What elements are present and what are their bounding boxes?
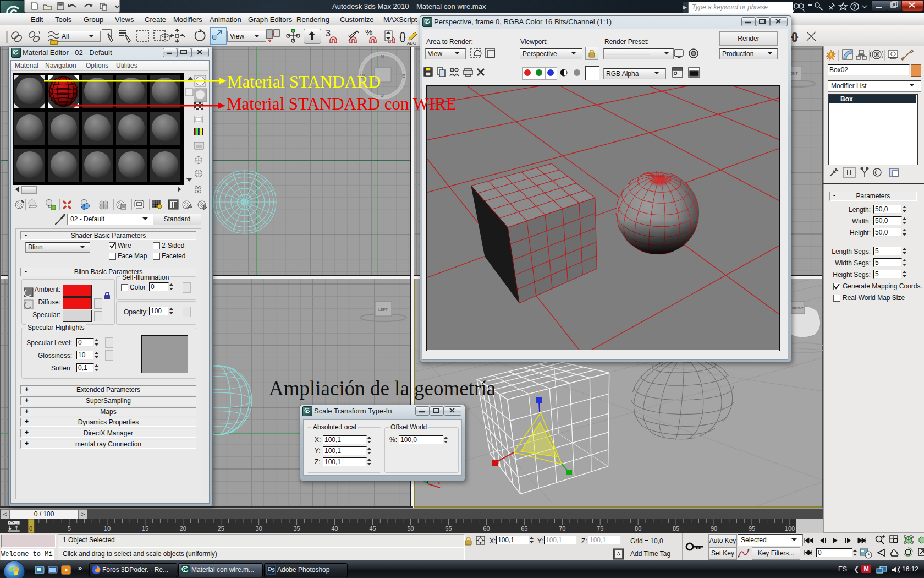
svg-text:40: 40 [331,525,338,532]
svg-text:35: 35 [293,525,300,532]
svg-text:75: 75 [597,525,603,532]
svg-text:z: z [537,389,540,395]
svg-text:60: 60 [483,525,490,532]
svg-text:{}: {} [399,31,406,42]
svg-text:95: 95 [749,525,755,532]
svg-text:ABC: ABC [407,41,416,45]
svg-text:%: % [365,29,372,37]
svg-text:45: 45 [369,525,376,532]
svg-text:{}: {} [791,31,798,42]
svg-text:?: ? [853,4,856,10]
svg-text:50: 50 [407,525,414,532]
svg-text:90: 90 [711,525,717,532]
svg-text:0: 0 [29,525,32,532]
svg-text:30: 30 [256,525,262,532]
svg-text:25: 25 [218,525,224,532]
svg-text:70: 70 [559,525,565,532]
svg-text:FRONT: FRONT [792,307,804,310]
svg-text:10: 10 [104,525,111,532]
svg-text:55: 55 [445,525,452,532]
svg-text:85: 85 [673,525,679,532]
svg-text:LEFT: LEFT [378,308,388,312]
svg-text:15: 15 [142,525,148,532]
svg-text:5: 5 [68,525,71,532]
svg-text:3: 3 [326,29,331,38]
svg-text:20: 20 [180,525,186,532]
svg-text:65: 65 [521,525,527,532]
svg-text:80: 80 [635,525,641,532]
svg-text:N: N [381,54,384,59]
svg-text:100: 100 [785,525,795,532]
